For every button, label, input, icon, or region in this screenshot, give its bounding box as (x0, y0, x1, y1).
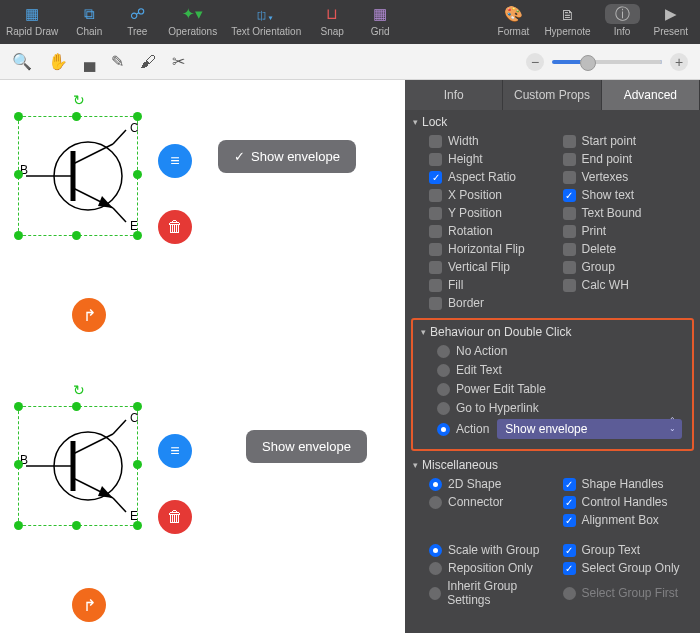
action-dropdown[interactable]: Show envelope (497, 419, 682, 439)
arrow-step-icon: ↱ (83, 306, 96, 325)
section-behaviour[interactable]: ▾Behaviour on Double Click (413, 320, 692, 342)
chk-calc-wh[interactable]: Calc WH (563, 278, 691, 292)
crop-icon[interactable]: ✂ (172, 52, 185, 71)
chk-rotation[interactable]: Rotation (429, 224, 557, 238)
delete-fab[interactable]: 🗑 (158, 500, 192, 534)
radio-inherit-group-settings[interactable]: Inherit Group Settings (429, 579, 557, 607)
stamp-icon[interactable]: ▄ (84, 53, 95, 71)
check-icon: ✓ (234, 149, 245, 164)
tb-info[interactable]: ⓘInfo (599, 2, 646, 37)
radio-reposition-only[interactable]: Reposition Only (429, 561, 557, 575)
zoom-slider[interactable] (552, 60, 662, 64)
radio-power-edit-table[interactable]: Power Edit Table (437, 382, 682, 396)
eyedropper-icon[interactable]: ✎ (111, 52, 124, 71)
trash-icon: 🗑 (167, 508, 183, 526)
chk-group-text[interactable]: ✓Group Text (563, 543, 691, 557)
chk-delete[interactable]: Delete (563, 242, 691, 256)
tab-info[interactable]: Info (405, 80, 503, 110)
menu-fab[interactable]: ≡ (158, 144, 192, 178)
chk-text-bound[interactable]: Text Bound (563, 206, 691, 220)
selection-box (18, 406, 138, 526)
radio-connector[interactable]: Connector (429, 495, 557, 509)
zoom-out-button[interactable]: − (526, 53, 544, 71)
radio-scale-with-group[interactable]: Scale with Group (429, 543, 557, 557)
rotate-handle-icon[interactable]: ↻ (73, 382, 85, 398)
tb-text-orientation[interactable]: ⎅▾Text Orientation (225, 2, 307, 37)
arrow-step-icon: ↱ (83, 596, 96, 615)
radio-2d-shape[interactable]: 2D Shape (429, 477, 557, 491)
zoom-control: − + (526, 53, 688, 71)
search-icon[interactable]: 🔍 (12, 52, 32, 71)
tb-present[interactable]: ▶Present (648, 2, 694, 37)
menu-icon: ≡ (170, 442, 179, 460)
chk-end-point[interactable]: End point (563, 152, 691, 166)
chk-alignment-box[interactable]: ✓Alignment Box (563, 513, 691, 527)
shape-transistor-1[interactable]: ↻ C B E (18, 116, 138, 236)
tb-operations[interactable]: ✦▾Operations (162, 2, 223, 37)
chk-x-position[interactable]: X Position (429, 188, 557, 202)
tb-format[interactable]: 🎨Format (490, 2, 536, 37)
chk-shape-handles[interactable]: ✓Shape Handles (563, 477, 691, 491)
rotate-handle-icon[interactable]: ↻ (73, 92, 85, 108)
tb-tree[interactable]: ☍Tree (114, 2, 160, 37)
action-fab[interactable]: ↱ (72, 298, 106, 332)
chk-vertexes[interactable]: Vertexes (563, 170, 691, 184)
snap-icon: ⊔ (326, 4, 338, 24)
disclosure-icon: ▾ (421, 327, 426, 337)
selection-box (18, 116, 138, 236)
chk-print[interactable]: Print (563, 224, 691, 238)
chk-border[interactable]: Border (429, 296, 557, 310)
disclosure-icon: ▾ (413, 117, 418, 127)
delete-fab[interactable]: 🗑 (158, 210, 192, 244)
shape-transistor-2[interactable]: ↻ C B E (18, 406, 138, 526)
present-icon: ▶ (665, 4, 677, 24)
operations-icon: ✦▾ (182, 4, 203, 24)
radio-edit-text[interactable]: Edit Text (437, 363, 682, 377)
section-misc[interactable]: ▾Miscellaneous (405, 453, 700, 475)
section-lock[interactable]: ▾Lock (405, 110, 700, 132)
chk-width[interactable]: Width (429, 134, 557, 148)
rapid-draw-icon: ▦ (25, 4, 39, 24)
chk-height[interactable]: Height (429, 152, 557, 166)
radio-go-to-hyperlink[interactable]: Go to Hyperlink (437, 401, 682, 415)
panel-tabs: Info Custom Props Advanced (405, 80, 700, 110)
canvas[interactable]: ↻ C B E ≡ 🗑 ↱ ✓Show envelope (0, 80, 405, 633)
trash-icon: 🗑 (167, 218, 183, 236)
show-envelope-button[interactable]: Show envelope (246, 430, 367, 463)
tb-chain[interactable]: ⧉Chain (66, 2, 112, 37)
chk-y-position[interactable]: Y Position (429, 206, 557, 220)
inspector-panel: Info Custom Props Advanced ▾Lock Width S… (405, 80, 700, 633)
menu-icon: ≡ (170, 152, 179, 170)
tb-snap[interactable]: ⊔Snap (309, 2, 355, 37)
pan-icon[interactable]: ✋ (48, 52, 68, 71)
tb-grid[interactable]: ▦Grid (357, 2, 403, 37)
disclosure-icon: ▾ (413, 460, 418, 470)
tab-custom-props[interactable]: Custom Props (503, 80, 601, 110)
grid-icon: ▦ (373, 4, 387, 24)
tab-advanced[interactable]: Advanced (602, 80, 700, 110)
behaviour-highlight: ▾Behaviour on Double Click No Action Edi… (411, 318, 694, 451)
chk-control-handles[interactable]: ✓Control Handles (563, 495, 691, 509)
chk-horizontal-flip[interactable]: Horizontal Flip (429, 242, 557, 256)
chk-vertical-flip[interactable]: Vertical Flip (429, 260, 557, 274)
show-envelope-button-checked[interactable]: ✓Show envelope (218, 140, 356, 173)
tb-hypernote[interactable]: 🗎Hypernote (538, 2, 596, 37)
lock-grid: Width Start point Height End point ✓Aspe… (405, 132, 700, 316)
action-fab[interactable]: ↱ (72, 588, 106, 622)
hypernote-icon: 🗎 (560, 4, 575, 24)
radio-no-action[interactable]: No Action (437, 344, 682, 358)
brush-icon[interactable]: 🖌 (140, 53, 156, 71)
chain-icon: ⧉ (84, 4, 95, 24)
chk-group[interactable]: Group (563, 260, 691, 274)
top-toolbar: ▦Rapid Draw ⧉Chain ☍Tree ✦▾Operations ⎅▾… (0, 0, 700, 44)
chk-show-text[interactable]: ✓Show text (563, 188, 691, 202)
chk-fill[interactable]: Fill (429, 278, 557, 292)
radio-action[interactable]: Action (437, 422, 489, 436)
chk-select-group-only[interactable]: ✓Select Group Only (563, 561, 691, 575)
chk-aspect-ratio[interactable]: ✓Aspect Ratio (429, 170, 557, 184)
tb-rapid-draw[interactable]: ▦Rapid Draw (0, 2, 64, 37)
menu-fab[interactable]: ≡ (158, 434, 192, 468)
chk-start-point[interactable]: Start point (563, 134, 691, 148)
zoom-in-button[interactable]: + (670, 53, 688, 71)
chk-select-group-first: Select Group First (563, 579, 691, 607)
